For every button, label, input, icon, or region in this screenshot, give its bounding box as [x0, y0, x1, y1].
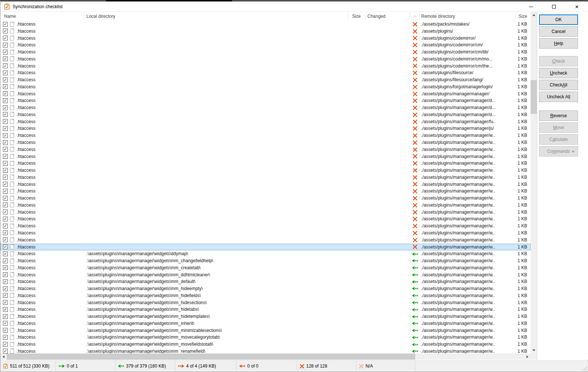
checklist-row[interactable]: ✓.htaccess./assets/plugins/managermanage… [0, 188, 531, 195]
checklist-row[interactable]: ✓.htaccess.\assets\plugins\managermanage… [0, 285, 531, 292]
calculate-button[interactable]: Calculate [539, 134, 578, 145]
row-remote-size: 1 KB [496, 327, 527, 334]
horizontal-scroll-thumb[interactable] [7, 353, 415, 360]
checklist-row[interactable]: ✓.htaccess./assets/plugins/managermanage… [0, 195, 531, 202]
checklist-row[interactable]: ✓.htaccess.\assets\plugins\managermanage… [0, 292, 531, 299]
column-separator[interactable] [84, 13, 84, 20]
checklist-row[interactable]: ✓.htaccess.\assets\plugins\managermanage… [0, 306, 531, 313]
delete-direction-icon [410, 125, 419, 132]
close-button[interactable]: ✕ [565, 1, 588, 12]
uncheck-button[interactable]: Uncheck [539, 68, 578, 78]
checklist-row[interactable]: ✓.htaccess.\assets\plugins\managermanage… [0, 348, 531, 353]
checklist-row[interactable]: ✓.htaccess./assets/plugins/managermanage… [0, 132, 531, 139]
checklist-row[interactable]: ✓.htaccess.\assets\plugins\managermanage… [0, 278, 531, 285]
checklist-row[interactable]: ✓.htaccess./assets/plugins/managermanage… [0, 125, 531, 132]
checklist-row[interactable]: ✓.htaccess./assets/plugins/managermanage… [0, 153, 531, 160]
download-direction-icon [410, 348, 419, 353]
horizontal-scrollbar[interactable] [0, 353, 531, 360]
help-button[interactable]: Help [539, 38, 578, 49]
checklist-row[interactable]: ✓.htaccess./assets/plugins/forgotmanager… [0, 83, 531, 90]
column-separator[interactable] [410, 13, 410, 20]
checklist-row[interactable]: ✓.htaccess./assets/plugins/managermanage… [0, 244, 531, 251]
checklist-row[interactable]: ✓.htaccess./assets/plugins/managermanage… [0, 90, 531, 98]
cancel-button[interactable]: Cancel [539, 26, 578, 37]
download-direction-icon [410, 341, 419, 348]
checklist-row[interactable]: ✓.htaccess./assets/plugins/filesource/1 … [0, 69, 531, 76]
checklist-row[interactable]: ✓.htaccess./assets/plugins/managermanage… [0, 237, 531, 244]
checklist-row[interactable]: ✓.htaccess./assets/plugins/managermanage… [0, 209, 531, 216]
vertical-scrollbar[interactable] [531, 12, 537, 353]
dropdown-arrow-icon [572, 151, 575, 153]
row-checkbox[interactable]: ✓ [3, 349, 8, 353]
vertical-scroll-thumb[interactable] [531, 80, 537, 114]
column-separator[interactable] [419, 13, 420, 20]
checklist-row[interactable]: ✓.htaccess./assets/plugins/managermanage… [0, 118, 531, 125]
checklist-row[interactable]: ✓.htaccess./assets/plugins/1 KB [0, 28, 531, 35]
scroll-up-button[interactable] [531, 12, 537, 18]
column-separator[interactable] [365, 13, 365, 20]
column-header-local-size[interactable]: Size [334, 12, 361, 21]
checkbox-checked-icon: ✓ [3, 335, 8, 340]
checklist-row[interactable]: ✓.htaccess./assets/plugins/managermanage… [0, 139, 531, 146]
checklist-row[interactable]: ✓.htaccess./assets/plugins/managermanage… [0, 160, 531, 167]
checklist-row[interactable]: ✓.htaccess.\assets\plugins\managermanage… [0, 257, 531, 264]
checklist-row[interactable]: ✓.htaccess./assets/plugins/codemirror/cm… [0, 56, 531, 63]
maximize-button[interactable] [542, 1, 565, 12]
checkbox-checked-icon: ✓ [3, 168, 8, 173]
checklist-row[interactable]: ✓.htaccess./assets/plugins/codemirror/cm… [0, 42, 531, 49]
column-header-local-directory[interactable]: Local directory [86, 12, 115, 21]
checklist-row[interactable]: ✓.htaccess./assets/plugins/managermanage… [0, 167, 531, 174]
checklist-row[interactable]: ✓.htaccess.\assets\plugins\managermanage… [0, 334, 531, 341]
checklist-row[interactable]: ✓.htaccess./assets/plugins/managermanage… [0, 111, 531, 118]
checklist-row[interactable]: ✓.htaccess.\assets\plugins\managermanage… [0, 313, 531, 320]
scroll-right-button[interactable] [524, 353, 531, 360]
column-header-name[interactable]: Name [4, 12, 16, 21]
column-header-remote-size[interactable]: Size [496, 12, 527, 21]
column-separator[interactable] [515, 13, 515, 20]
checklist-row[interactable]: ✓.htaccess.\assets\plugins\managermanage… [0, 250, 531, 257]
column-header-remote-directory[interactable]: Remote directory [421, 12, 455, 21]
scroll-down-button[interactable] [531, 347, 537, 353]
uncheck-all-button[interactable]: Uncheck All [539, 92, 578, 102]
column-header-changed[interactable]: Changed [367, 12, 386, 21]
row-local-directory [86, 118, 346, 125]
checklist-row[interactable]: ✓.htaccess.\assets\plugins\managermanage… [0, 320, 531, 327]
checklist-row[interactable]: ✓.htaccess./assets/plugins/managermanage… [0, 181, 531, 188]
checklist-row[interactable]: ✓.htaccess./assets/plugins/filesource/la… [0, 76, 531, 83]
checklist-row[interactable]: ✓.htaccess./assets/plugins/managermanage… [0, 104, 531, 111]
checklist-row[interactable]: ✓.htaccess./assets/packs/mistakes/1 KB [0, 21, 531, 28]
row-name: .htaccess [17, 97, 83, 104]
reverse-button[interactable]: Reverse [539, 111, 578, 121]
checklist-row[interactable]: ✓.htaccess./assets/plugins/managermanage… [0, 146, 531, 153]
check-all-button[interactable]: Check All [539, 80, 578, 90]
row-name: .htaccess [17, 167, 83, 174]
row-remote-size: 1 KB [496, 69, 527, 76]
minimize-button[interactable] [519, 1, 542, 12]
checklist-row[interactable]: ✓.htaccess./assets/plugins/managermanage… [0, 223, 531, 230]
checklist-row[interactable]: ✓.htaccess./assets/plugins/managermanage… [0, 97, 531, 104]
checklist-row[interactable]: ✓.htaccess./assets/plugins/managermanage… [0, 202, 531, 209]
column-separator[interactable] [348, 13, 348, 20]
titlebar[interactable]: Synchronization checklist ✕ [0, 1, 588, 12]
row-remote-directory: ./assets/plugins/managermanager/w... [421, 285, 495, 292]
checklist-row[interactable]: ✓.htaccess./assets/plugins/managermanage… [0, 230, 531, 237]
scroll-left-button[interactable] [0, 353, 7, 360]
checklist-row[interactable]: ✓.htaccess.\assets\plugins\managermanage… [0, 299, 531, 306]
checklist-row[interactable]: ✓.htaccess./assets/plugins/managermanage… [0, 174, 531, 181]
delete-direction-icon [410, 174, 419, 181]
move-button[interactable]: Move [539, 122, 578, 133]
resize-grip[interactable] [583, 367, 587, 371]
checklist-row[interactable]: ✓.htaccess.\assets\plugins\managermanage… [0, 341, 531, 348]
checklist-row[interactable]: ✓.htaccess.\assets\plugins\managermanage… [0, 264, 531, 271]
check-button[interactable]: Check [539, 56, 578, 66]
commands-button[interactable]: Commands [539, 146, 578, 157]
column-header-direction[interactable] [410, 12, 419, 21]
checklist-row[interactable]: ✓.htaccess./assets/plugins/managermanage… [0, 215, 531, 223]
checklist-row[interactable]: ✓.htaccess.\assets\plugins\managermanage… [0, 327, 531, 334]
checklist-row[interactable]: ✓.htaccess.\assets\plugins\managermanage… [0, 271, 531, 279]
checklist-row[interactable]: ✓.htaccess./assets/plugins/codemirror/1 … [0, 35, 531, 42]
checkbox-checked-icon: ✓ [3, 217, 8, 221]
checklist-row[interactable]: ✓.htaccess./assets/plugins/codemirror/cm… [0, 49, 531, 56]
ok-button[interactable]: OK [539, 14, 578, 25]
checklist-row[interactable]: ✓.htaccess./assets/plugins/codemirror/cm… [0, 63, 531, 70]
